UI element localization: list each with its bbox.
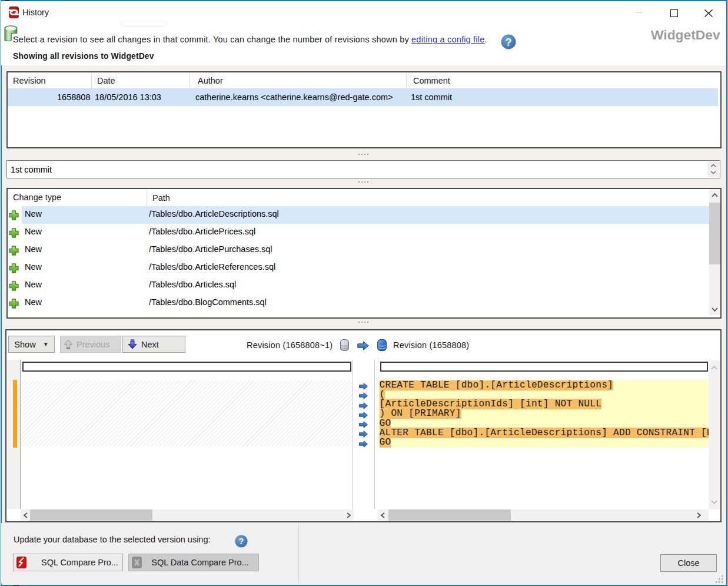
svg-text:?: ? [506, 37, 512, 48]
svg-text:?: ? [239, 537, 244, 546]
